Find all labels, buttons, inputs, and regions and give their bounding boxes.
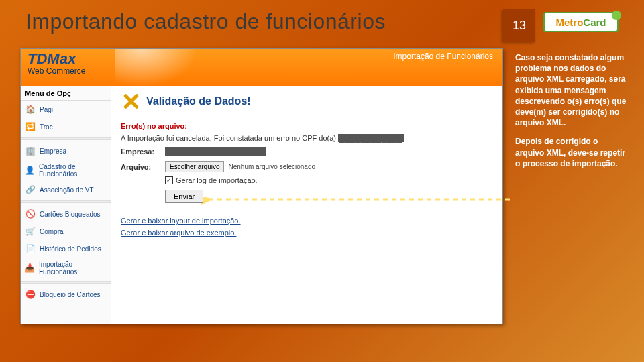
swap-icon: 🔁: [25, 121, 36, 132]
explanation-p2: Depois de corrigido o arquivo XML, deve-…: [515, 136, 629, 169]
sidebar-item-empresa[interactable]: 🏢Empresa: [21, 142, 111, 160]
sidebar-item-label: Importação Funcionários: [39, 261, 107, 276]
arquivo-label: Arquivo:: [121, 163, 158, 171]
download-example-link[interactable]: Gerar e baixar arquivo de exemplo.: [121, 229, 493, 237]
empresa-value-redacted: [165, 147, 266, 156]
download-links: Gerar e baixar layout de importação. Ger…: [121, 217, 493, 237]
slide-title: Importando cadastro de funcionários: [25, 9, 386, 34]
menu-divider: [21, 137, 111, 140]
error-x-icon: [121, 92, 140, 111]
sidebar-item-label: Pagi: [40, 106, 53, 113]
explanation-sidebar: Caso seja constatado algum problema nos …: [515, 52, 629, 177]
sidebar-item-cartoes-bloq[interactable]: 🚫Cartões Bloqueados: [21, 205, 111, 223]
import-icon: 📥: [25, 263, 35, 274]
validation-header: Validação de Dados!: [121, 92, 493, 115]
sidebar-item-label: Histórico de Pedidos: [40, 245, 101, 253]
home-icon: 🏠: [25, 104, 36, 115]
logo-text-1: Metro: [555, 17, 583, 28]
history-icon: 📄: [25, 243, 36, 254]
menu-divider: [21, 200, 111, 203]
app-header: TDMax Web Commerce Importação de Funcion…: [21, 49, 502, 86]
sidebar-item-compra[interactable]: 🛒Compra: [21, 223, 111, 240]
cart-icon: 🛒: [25, 226, 36, 237]
sidebar-item-label: Cadastro de Funcionários: [39, 163, 107, 178]
menu-heading: Menu de Opç: [21, 86, 111, 101]
log-checkbox[interactable]: ✓: [165, 176, 173, 184]
download-layout-link[interactable]: Gerar e baixar layout de importação.: [121, 217, 493, 225]
sidebar-item-home[interactable]: 🏠Pagi: [21, 101, 111, 118]
sidebar: Menu de Opç 🏠Pagi 🔁Troc 🏢Empresa 👤Cadast…: [21, 86, 111, 324]
app-window: TDMax Web Commerce Importação de Funcion…: [20, 48, 503, 324]
sidebar-item-label: Empresa: [40, 147, 66, 155]
sidebar-item-label: Compra: [40, 228, 64, 235]
error-message-text: A Importação foi cancelada. Foi constata…: [121, 134, 336, 142]
header-swoosh: [115, 49, 222, 86]
explanation-p1: Caso seja constatado algum problema nos …: [515, 52, 629, 128]
building-icon: 🏢: [25, 145, 36, 156]
error-label: Erro(s) no arquivo:: [121, 122, 493, 130]
empresa-row: Empresa:: [121, 147, 493, 156]
sidebar-item-associacao[interactable]: 🔗Associação de VT: [21, 181, 111, 198]
sidebar-item-bloqueio[interactable]: ⛔Bloqueio de Cartões: [21, 286, 111, 303]
sidebar-item-label: Bloqueio de Cartões: [40, 291, 101, 298]
sidebar-item-label: Associação de VT: [40, 186, 94, 194]
blocked-card-icon: 🚫: [25, 208, 36, 219]
redacted-name: ████████████: [338, 134, 404, 142]
logo-leaf-icon: [612, 11, 621, 20]
product-name: TDMax: [28, 50, 85, 68]
error-message: A Importação foi cancelada. Foi constata…: [121, 134, 493, 142]
link-icon: 🔗: [25, 184, 36, 195]
arquivo-row: Arquivo: Escolher arquivo Nenhum arquivo…: [121, 161, 493, 172]
sidebar-item-label: Troc: [40, 123, 53, 131]
product-branding: TDMax Web Commerce: [28, 50, 85, 76]
validation-title: Validação de Dados!: [146, 95, 251, 107]
logo-text-2: Card: [583, 17, 606, 28]
product-subtitle: Web Commerce: [28, 66, 85, 76]
sidebar-item-label: Cartões Bloqueados: [40, 210, 101, 218]
file-status-text: Nenhum arquivo selecionado: [228, 163, 315, 170]
user-icon: 👤: [25, 165, 35, 176]
sidebar-item-historico[interactable]: 📄Histórico de Pedidos: [21, 240, 111, 257]
page-number-badge: 13: [503, 9, 535, 42]
block-icon: ⛔: [25, 289, 36, 300]
empresa-label: Empresa:: [121, 147, 158, 156]
main-panel: Validação de Dados! Erro(s) no arquivo: …: [111, 86, 502, 324]
metrocard-logo: MetroCard: [543, 12, 619, 32]
checkbox-row: ✓ Gerar log de importação.: [165, 176, 493, 184]
checkbox-label: Gerar log de importação.: [176, 176, 258, 184]
breadcrumb: Importação de Funcionários: [393, 52, 493, 61]
menu-divider: [21, 281, 111, 284]
sidebar-item-cadastro[interactable]: 👤Cadastro de Funcionários: [21, 160, 111, 181]
choose-file-button[interactable]: Escolher arquivo: [165, 161, 224, 172]
sidebar-item-troca[interactable]: 🔁Troc: [21, 118, 111, 135]
sidebar-item-importacao[interactable]: 📥Importação Funcionários: [21, 257, 111, 279]
submit-button[interactable]: Enviar: [165, 190, 203, 203]
